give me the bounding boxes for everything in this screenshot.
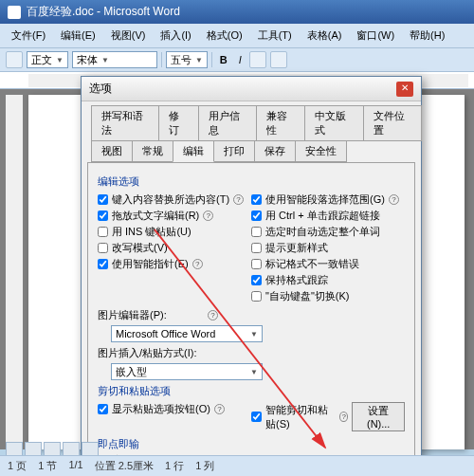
chk-show-paste[interactable] <box>98 404 108 414</box>
tab-用户信息[interactable]: 用户信息 <box>198 105 257 141</box>
checkbox[interactable] <box>98 243 108 253</box>
bold-button[interactable]: B <box>216 54 231 65</box>
size-select[interactable]: 五号 ▼ <box>166 51 208 68</box>
tab-兼容性[interactable]: 兼容性 <box>256 105 305 141</box>
tab-视图[interactable]: 视图 <box>91 140 133 162</box>
style-select[interactable]: 正文 ▼ <box>27 51 68 68</box>
section-edit-options: 编辑选项 <box>98 174 405 189</box>
checkbox[interactable] <box>251 275 262 285</box>
pic-editor-select[interactable]: Microsoft Office Word ▼ <box>111 325 263 342</box>
checkbox[interactable] <box>251 243 262 253</box>
help-icon[interactable]: ? <box>192 259 203 269</box>
close-icon[interactable]: ✕ <box>396 82 413 97</box>
help-icon[interactable]: ? <box>389 194 399 205</box>
align-left-icon[interactable] <box>249 51 266 68</box>
chk-smart-cut[interactable] <box>251 412 262 422</box>
checkbox[interactable] <box>251 291 262 302</box>
checkbox[interactable] <box>251 211 262 221</box>
chevron-down-icon: ▼ <box>250 368 258 376</box>
status-line: 1 行 <box>165 459 184 473</box>
tab-打印[interactable]: 打印 <box>213 140 255 162</box>
tab-编辑[interactable]: 编辑 <box>173 140 214 162</box>
tab-常规[interactable]: 常规 <box>132 140 173 162</box>
menu-tools[interactable]: 工具(T) <box>252 27 298 45</box>
tab-修订[interactable]: 修订 <box>158 105 198 141</box>
menu-format[interactable]: 格式(O) <box>201 27 248 45</box>
dialog-title: 选项 <box>89 81 396 97</box>
checkbox[interactable] <box>98 211 108 221</box>
status-page: 1 页 <box>8 459 27 473</box>
window-title: 百度经验.doc - Microsoft Word <box>27 4 466 20</box>
checkbox[interactable] <box>98 194 108 205</box>
paragraph-icon[interactable] <box>6 51 23 68</box>
status-position: 位置 2.5厘米 <box>95 459 154 473</box>
pic-paste-select[interactable]: 嵌入型 ▼ <box>111 363 263 380</box>
chevron-down-icon: ▼ <box>250 330 258 339</box>
dialog-body: 编辑选项 键入内容替换所选内容(T)?拖放式文字编辑(R)?用 INS 键粘贴(… <box>87 162 415 476</box>
menu-help[interactable]: 帮助(H) <box>404 27 450 45</box>
align-center-icon[interactable] <box>270 51 287 68</box>
tab-row-2: 视图常规编辑打印保存安全性 <box>82 140 421 162</box>
status-pages: 1/1 <box>68 459 82 473</box>
checkbox[interactable] <box>98 259 108 269</box>
italic-button[interactable]: I <box>235 54 246 65</box>
section-instant: 即点即输 <box>98 437 405 451</box>
tab-拼写和语法[interactable]: 拼写和语法 <box>91 105 159 141</box>
status-section: 1 节 <box>38 459 57 473</box>
dialog-titlebar[interactable]: 选项 ✕ <box>82 77 421 101</box>
checkbox[interactable] <box>251 227 262 237</box>
font-select[interactable]: 宋体 ▼ <box>72 51 157 68</box>
tab-安全性[interactable]: 安全性 <box>295 140 347 162</box>
chevron-down-icon: ▼ <box>56 56 64 64</box>
help-icon[interactable]: ? <box>233 194 244 205</box>
status-column: 1 列 <box>195 459 214 473</box>
help-icon[interactable]: ? <box>208 310 218 320</box>
menu-bar: 文件(F) 编辑(E) 视图(V) 插入(I) 格式(O) 工具(T) 表格(A… <box>0 24 474 48</box>
chevron-down-icon: ▼ <box>195 56 203 64</box>
menu-table[interactable]: 表格(A) <box>301 27 348 45</box>
menu-insert[interactable]: 插入(I) <box>155 27 196 45</box>
menu-window[interactable]: 窗口(W) <box>351 27 400 45</box>
app-icon <box>8 6 21 19</box>
window-titlebar: 百度经验.doc - Microsoft Word <box>0 0 474 24</box>
tab-中文版式[interactable]: 中文版式 <box>304 105 363 141</box>
formatting-toolbar: 正文 ▼ 宋体 ▼ 五号 ▼ B I <box>0 48 474 72</box>
menu-edit[interactable]: 编辑(E) <box>55 27 101 45</box>
checkbox[interactable] <box>251 259 262 269</box>
section-cutpaste: 剪切和粘贴选项 <box>98 384 405 398</box>
tab-保存[interactable]: 保存 <box>254 140 296 162</box>
settings-button[interactable]: 设置(N)... <box>352 402 405 431</box>
help-icon[interactable]: ? <box>203 211 213 221</box>
checkbox[interactable] <box>98 227 108 237</box>
menu-file[interactable]: 文件(F) <box>6 27 51 45</box>
help-icon[interactable]: ? <box>214 404 225 414</box>
pic-paste-label: 图片插入/粘贴方式(I): <box>98 346 202 360</box>
checkbox[interactable] <box>251 194 262 205</box>
pic-editor-label: 图片编辑器(P): <box>98 308 202 322</box>
tab-row-1: 拼写和语法修订用户信息兼容性中文版式文件位置 <box>82 105 421 141</box>
status-bar: 1 页 1 节 1/1 位置 2.5厘米 1 行 1 列 <box>0 455 474 476</box>
help-icon[interactable]: ? <box>339 412 348 422</box>
options-dialog: 选项 ✕ 拼写和语法修订用户信息兼容性中文版式文件位置 视图常规编辑打印保存安全… <box>81 76 422 476</box>
chevron-down-icon: ▼ <box>101 56 109 64</box>
tab-文件位置[interactable]: 文件位置 <box>363 105 422 141</box>
menu-view[interactable]: 视图(V) <box>105 27 152 45</box>
vertical-ruler <box>6 95 23 446</box>
